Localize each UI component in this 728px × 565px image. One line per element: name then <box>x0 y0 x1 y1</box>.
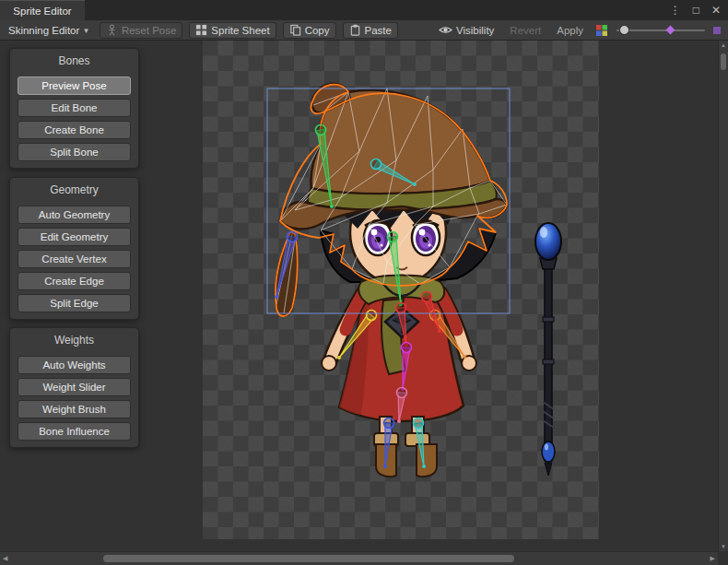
sprite-sheet-button[interactable]: Sprite Sheet <box>189 22 276 39</box>
sprite-character <box>276 84 507 477</box>
rgb-swatch-icon[interactable] <box>595 24 608 37</box>
create-vertex-button[interactable]: Create Vertex <box>18 250 131 268</box>
zoom-slider-track[interactable] <box>616 29 705 31</box>
chevron-down-icon: ▾ <box>84 26 88 35</box>
scrollbar-corner <box>718 551 728 565</box>
split-edge-button[interactable]: Split Edge <box>18 294 131 312</box>
geometry-panel: Geometry Auto Geometry Edit Geometry Cre… <box>9 177 139 320</box>
geometry-panel-title: Geometry <box>10 178 138 202</box>
apply-button[interactable]: Apply <box>553 22 587 39</box>
weights-panel-title: Weights <box>10 328 138 352</box>
scroll-down-icon[interactable]: ▼ <box>719 544 728 549</box>
tab-title: Sprite Editor <box>13 6 71 17</box>
auto-weights-button[interactable]: Auto Weights <box>18 356 131 374</box>
sprite-layer <box>203 41 599 539</box>
bones-panel-title: Bones <box>10 49 138 73</box>
bones-panel: Bones Preview Pose Edit Bone Create Bone… <box>9 48 139 169</box>
weight-slider-button[interactable]: Weight Slider <box>18 378 131 396</box>
paste-button[interactable]: Paste <box>343 22 398 39</box>
toolbar-right-group: Visibility Revert Apply <box>435 22 721 39</box>
paste-icon <box>349 24 361 36</box>
create-edge-button[interactable]: Create Edge <box>18 272 131 290</box>
edit-geometry-button[interactable]: Edit Geometry <box>18 228 131 246</box>
toolbar: Skinning Editor ▾ Reset Pose Sprite Shee… <box>0 20 728 41</box>
revert-button[interactable]: Revert <box>506 22 545 39</box>
window-controls: ⋮ □ ✕ <box>670 0 721 20</box>
editor-mode-dropdown[interactable]: Skinning Editor ▾ <box>4 22 93 39</box>
zoom-slider-marker <box>666 25 675 34</box>
zoom-slider[interactable] <box>616 22 705 39</box>
sprite-editor-window: Sprite Editor ⋮ □ ✕ Skinning Editor ▾ Re… <box>0 0 728 565</box>
copy-icon <box>289 24 301 36</box>
scroll-left-icon[interactable]: ◀ <box>3 555 7 562</box>
purple-chip-icon <box>713 27 721 34</box>
sprite-staff <box>535 223 561 476</box>
vertical-scrollbar-thumb[interactable] <box>721 53 726 70</box>
horizontal-scrollbar-thumb[interactable] <box>103 555 514 562</box>
create-bone-button[interactable]: Create Bone <box>18 121 131 139</box>
reset-pose-icon <box>106 24 118 36</box>
scroll-right-icon[interactable]: ▶ <box>710 555 715 562</box>
zoom-slider-knob[interactable] <box>619 25 629 35</box>
split-bone-button[interactable]: Split Bone <box>18 143 131 161</box>
auto-geometry-button[interactable]: Auto Geometry <box>18 206 131 224</box>
weights-panel: Weights Auto Weights Weight Slider Weigh… <box>9 327 139 448</box>
close-icon[interactable]: ✕ <box>711 5 721 16</box>
kebab-menu-icon[interactable]: ⋮ <box>670 5 681 16</box>
horizontal-scrollbar[interactable]: ◀ ▶ <box>0 551 718 565</box>
sprite-editor-tab[interactable]: Sprite Editor <box>0 0 85 20</box>
scroll-up-icon[interactable]: ▲ <box>719 42 728 48</box>
bone-influence-button[interactable]: Bone Influence <box>18 422 131 441</box>
visibility-button[interactable]: Visibility <box>435 22 498 39</box>
edit-bone-button[interactable]: Edit Bone <box>18 99 131 117</box>
maximize-icon[interactable]: □ <box>693 5 699 16</box>
editor-mode-label: Skinning Editor <box>8 25 79 36</box>
sprite-sheet-icon <box>195 24 207 36</box>
vertical-scrollbar[interactable]: ▲ ▼ <box>718 41 728 551</box>
titlebar: Sprite Editor ⋮ □ ✕ <box>0 0 728 20</box>
reset-pose-button[interactable]: Reset Pose <box>100 22 182 39</box>
eye-icon <box>439 24 452 36</box>
preview-pose-button[interactable]: Preview Pose <box>18 77 131 95</box>
copy-button[interactable]: Copy <box>283 22 336 39</box>
weight-brush-button[interactable]: Weight Brush <box>18 400 131 418</box>
